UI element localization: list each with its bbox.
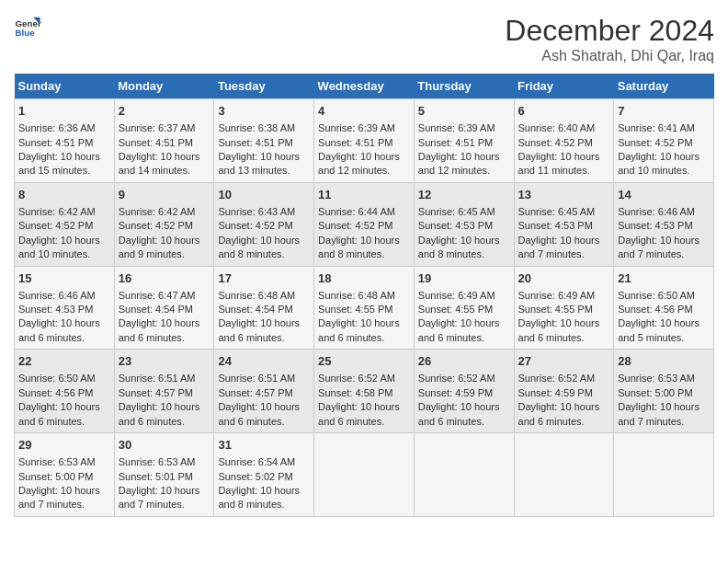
sunset: Sunset: 5:02 PM — [218, 471, 292, 482]
sunset: Sunset: 4:51 PM — [318, 137, 392, 148]
day-number: 6 — [518, 103, 610, 120]
daylight: Daylight: 10 hours and 7 minutes. — [618, 235, 700, 259]
calendar-cell — [614, 433, 714, 517]
calendar-cell: 23Sunrise: 6:51 AMSunset: 4:57 PMDayligh… — [114, 350, 214, 433]
daylight: Daylight: 10 hours and 8 minutes. — [218, 235, 300, 259]
header-row: SundayMondayTuesdayWednesdayThursdayFrid… — [15, 74, 714, 99]
sunset: Sunset: 5:00 PM — [618, 387, 692, 398]
day-number: 22 — [18, 353, 110, 370]
day-number: 9 — [119, 187, 210, 203]
calendar-cell: 18Sunrise: 6:48 AMSunset: 4:55 PMDayligh… — [314, 266, 415, 350]
daylight: Daylight: 10 hours and 8 minutes. — [418, 235, 500, 259]
sunrise: Sunrise: 6:36 AM — [18, 122, 96, 133]
calendar-cell — [414, 433, 514, 517]
calendar-week-1: 1Sunrise: 6:36 AMSunset: 4:51 PMDaylight… — [15, 99, 714, 183]
sunset: Sunset: 4:52 PM — [218, 220, 292, 231]
day-number: 4 — [318, 103, 410, 120]
sunrise: Sunrise: 6:41 AM — [618, 122, 695, 133]
sunrise: Sunrise: 6:50 AM — [18, 373, 96, 384]
calendar-cell: 2Sunrise: 6:37 AMSunset: 4:51 PMDaylight… — [114, 99, 214, 183]
daylight: Daylight: 10 hours and 8 minutes. — [318, 235, 400, 259]
sunset: Sunset: 4:54 PM — [218, 304, 292, 315]
sunset: Sunset: 4:59 PM — [518, 387, 593, 398]
calendar-cell: 29Sunrise: 6:53 AMSunset: 5:00 PMDayligh… — [15, 433, 115, 517]
day-number: 13 — [518, 187, 610, 203]
calendar-cell: 21Sunrise: 6:50 AMSunset: 4:56 PMDayligh… — [614, 266, 714, 350]
day-header-friday: Friday — [514, 74, 614, 99]
calendar-cell: 26Sunrise: 6:52 AMSunset: 4:59 PMDayligh… — [414, 350, 514, 433]
day-number: 26 — [418, 353, 510, 370]
daylight: Daylight: 10 hours and 8 minutes. — [218, 485, 300, 510]
sunrise: Sunrise: 6:37 AM — [119, 122, 196, 133]
sunset: Sunset: 4:53 PM — [518, 220, 593, 231]
daylight: Daylight: 10 hours and 7 minutes. — [119, 485, 200, 510]
calendar-cell: 14Sunrise: 6:46 AMSunset: 4:53 PMDayligh… — [614, 182, 714, 266]
calendar-cell: 1Sunrise: 6:36 AMSunset: 4:51 PMDaylight… — [15, 99, 115, 183]
sunrise: Sunrise: 6:45 AM — [518, 206, 596, 217]
sunrise: Sunrise: 6:54 AM — [218, 456, 295, 467]
sunset: Sunset: 4:55 PM — [518, 304, 593, 315]
sunrise: Sunrise: 6:52 AM — [418, 373, 495, 384]
calendar-cell: 27Sunrise: 6:52 AMSunset: 4:59 PMDayligh… — [514, 350, 614, 433]
daylight: Daylight: 10 hours and 6 minutes. — [119, 317, 200, 342]
calendar-cell: 6Sunrise: 6:40 AMSunset: 4:52 PMDaylight… — [514, 99, 614, 183]
logo-icon: General Blue — [14, 14, 41, 41]
day-number: 8 — [18, 187, 110, 203]
sunrise: Sunrise: 6:42 AM — [18, 206, 96, 217]
sunset: Sunset: 4:56 PM — [618, 304, 692, 315]
day-number: 14 — [618, 187, 710, 203]
calendar-cell: 20Sunrise: 6:49 AMSunset: 4:55 PMDayligh… — [514, 266, 614, 350]
sunrise: Sunrise: 6:53 AM — [18, 456, 96, 467]
day-number: 10 — [218, 187, 310, 203]
sunset: Sunset: 4:51 PM — [218, 137, 292, 148]
day-number: 15 — [18, 270, 110, 287]
calendar-week-3: 15Sunrise: 6:46 AMSunset: 4:53 PMDayligh… — [15, 266, 714, 350]
sunset: Sunset: 4:55 PM — [318, 304, 392, 315]
daylight: Daylight: 10 hours and 12 minutes. — [418, 151, 500, 176]
daylight: Daylight: 10 hours and 7 minutes. — [518, 235, 600, 259]
sunset: Sunset: 4:52 PM — [18, 220, 93, 231]
calendar-cell: 17Sunrise: 6:48 AMSunset: 4:54 PMDayligh… — [214, 266, 314, 350]
day-number: 18 — [318, 270, 410, 287]
day-header-tuesday: Tuesday — [214, 74, 314, 99]
calendar-cell: 9Sunrise: 6:42 AMSunset: 4:52 PMDaylight… — [114, 182, 214, 266]
location: Ash Shatrah, Dhi Qar, Iraq — [505, 48, 714, 64]
sunrise: Sunrise: 6:46 AM — [18, 290, 96, 301]
daylight: Daylight: 10 hours and 6 minutes. — [218, 317, 300, 342]
calendar-cell: 7Sunrise: 6:41 AMSunset: 4:52 PMDaylight… — [614, 99, 714, 183]
day-header-saturday: Saturday — [614, 74, 714, 99]
day-number: 23 — [119, 353, 210, 370]
daylight: Daylight: 10 hours and 9 minutes. — [119, 235, 200, 259]
calendar-week-5: 29Sunrise: 6:53 AMSunset: 5:00 PMDayligh… — [15, 433, 714, 517]
sunrise: Sunrise: 6:39 AM — [318, 122, 395, 133]
day-header-monday: Monday — [114, 74, 214, 99]
page-header: General Blue December 2024 Ash Shatrah, … — [14, 14, 714, 64]
daylight: Daylight: 10 hours and 10 minutes. — [618, 151, 700, 176]
day-header-sunday: Sunday — [15, 74, 115, 99]
calendar-cell: 22Sunrise: 6:50 AMSunset: 4:56 PMDayligh… — [15, 350, 115, 433]
sunset: Sunset: 5:01 PM — [119, 471, 193, 482]
sunset: Sunset: 4:51 PM — [119, 137, 193, 148]
daylight: Daylight: 10 hours and 6 minutes. — [18, 317, 100, 342]
calendar-cell: 12Sunrise: 6:45 AMSunset: 4:53 PMDayligh… — [414, 182, 514, 266]
sunrise: Sunrise: 6:44 AM — [318, 206, 395, 217]
calendar-cell: 11Sunrise: 6:44 AMSunset: 4:52 PMDayligh… — [314, 182, 415, 266]
svg-text:Blue: Blue — [16, 28, 36, 38]
sunset: Sunset: 4:53 PM — [418, 220, 493, 231]
sunrise: Sunrise: 6:52 AM — [518, 373, 596, 384]
daylight: Daylight: 10 hours and 14 minutes. — [119, 151, 200, 176]
sunset: Sunset: 4:52 PM — [618, 137, 692, 148]
calendar-cell: 30Sunrise: 6:53 AMSunset: 5:01 PMDayligh… — [114, 433, 214, 517]
sunrise: Sunrise: 6:43 AM — [218, 206, 295, 217]
month-title: December 2024 — [505, 14, 714, 48]
day-number: 3 — [218, 103, 310, 120]
sunrise: Sunrise: 6:52 AM — [318, 373, 395, 384]
sunrise: Sunrise: 6:45 AM — [418, 206, 495, 217]
daylight: Daylight: 10 hours and 6 minutes. — [518, 317, 600, 342]
calendar-cell: 13Sunrise: 6:45 AMSunset: 4:53 PMDayligh… — [514, 182, 614, 266]
daylight: Daylight: 10 hours and 6 minutes. — [318, 401, 400, 426]
day-number: 29 — [18, 437, 110, 454]
sunrise: Sunrise: 6:46 AM — [618, 206, 695, 217]
daylight: Daylight: 10 hours and 6 minutes. — [318, 317, 400, 342]
sunset: Sunset: 4:57 PM — [119, 387, 193, 398]
